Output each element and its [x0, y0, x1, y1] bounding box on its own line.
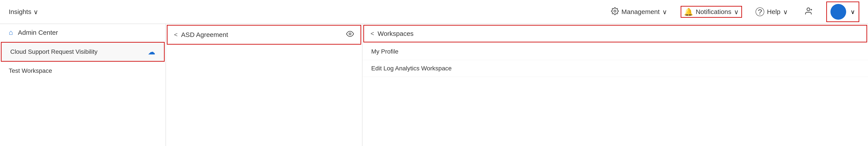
user-avatar-area[interactable]: ∨ [826, 2, 859, 22]
help-label: Help [767, 8, 780, 16]
notifications-label: Notifications [696, 8, 731, 16]
asd-agreement-header[interactable]: < ASD Agreement [167, 25, 361, 45]
help-nav[interactable]: ? Help ∨ [753, 6, 790, 18]
user-nav[interactable] [801, 5, 815, 19]
top-bar-nav: Management ∨ 🔔 Notifications ∨ ? Help ∨ [608, 2, 859, 22]
user-icon [804, 7, 813, 17]
svg-point-0 [614, 10, 616, 12]
cloud-support-label: Cloud Support Request Visibility [10, 48, 97, 55]
bell-icon: 🔔 [684, 7, 693, 16]
notifications-chevron: ∨ [734, 8, 739, 16]
insights-nav[interactable]: Insights ∨ [9, 8, 608, 16]
insights-label: Insights [9, 8, 31, 16]
insights-chevron: ∨ [33, 8, 38, 16]
svg-point-1 [807, 8, 810, 11]
cloud-support-request-item[interactable]: Cloud Support Request Visibility ☁ [1, 42, 165, 62]
help-icon: ? [755, 7, 764, 16]
asd-back-chevron: < [174, 31, 178, 38]
user-chevron: ∨ [850, 8, 855, 16]
help-chevron: ∨ [783, 8, 788, 16]
my-profile-label: My Profile [371, 48, 398, 55]
main-content: ⌂ Admin Center Cloud Support Request Vis… [0, 24, 868, 146]
admin-center-label: Admin Center [18, 29, 58, 36]
management-label: Management [621, 8, 660, 16]
svg-point-4 [349, 33, 351, 35]
home-icon: ⌂ [9, 28, 13, 36]
middle-panel: < ASD Agreement [166, 24, 363, 146]
cloud-icon: ☁ [148, 48, 155, 56]
edit-log-analytics-item[interactable]: Edit Log Analytics Workspace [363, 60, 868, 77]
test-workspace-label: Test Workspace [9, 67, 52, 74]
workspaces-back-chevron: < [371, 30, 374, 37]
left-panel: ⌂ Admin Center Cloud Support Request Vis… [0, 24, 166, 146]
asd-agreement-title: ASD Agreement [181, 31, 343, 38]
edit-log-analytics-label: Edit Log Analytics Workspace [371, 65, 452, 72]
workspaces-title: Workspaces [377, 30, 413, 37]
management-chevron: ∨ [662, 8, 667, 16]
eye-icon [346, 30, 354, 39]
avatar [831, 4, 846, 20]
notifications-nav[interactable]: 🔔 Notifications ∨ [681, 6, 742, 18]
top-bar: Insights ∨ Management ∨ 🔔 Notifications … [0, 0, 868, 24]
workspaces-header[interactable]: < Workspaces [363, 25, 867, 42]
right-panel: < Workspaces My Profile Edit Log Analyti… [363, 24, 868, 146]
my-profile-item[interactable]: My Profile [363, 43, 868, 60]
management-nav[interactable]: Management ∨ [608, 5, 670, 18]
test-workspace-item[interactable]: Test Workspace [0, 62, 165, 79]
gear-icon [611, 7, 619, 17]
top-bar-left: Insights ∨ [9, 8, 608, 16]
admin-center-header: ⌂ Admin Center [0, 24, 165, 41]
